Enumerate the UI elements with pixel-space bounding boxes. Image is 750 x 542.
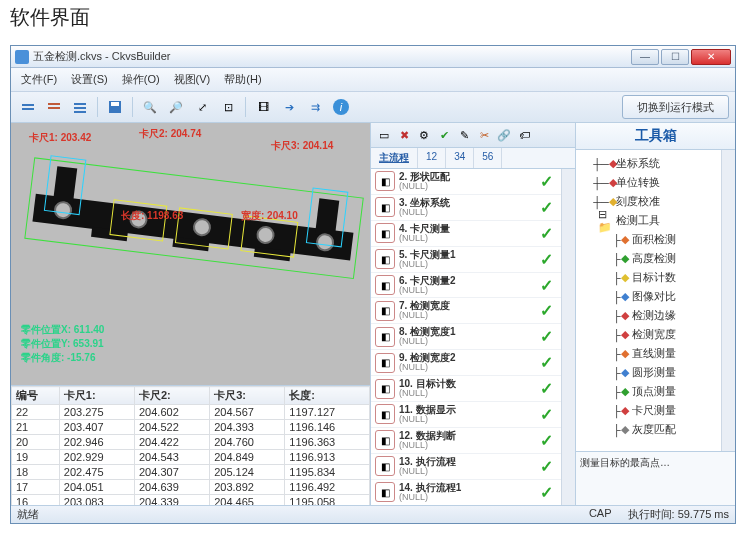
image-view[interactable]: 卡尺1: 203.42 卡尺2: 204.74 卡尺3: 204.14 [11, 123, 370, 385]
table-row[interactable]: 20202.946204.422204.7601196.363 [12, 435, 370, 450]
table-row[interactable]: 17204.051204.639203.8921196.492 [12, 480, 370, 495]
check-icon: ✓ [540, 198, 557, 217]
tool-icon: ├ ◆ [614, 252, 628, 266]
zoom-in-icon[interactable]: 🔍 [139, 96, 161, 118]
svg-rect-2 [48, 103, 60, 105]
tree-item[interactable]: ├ ◆检测宽度 [578, 325, 719, 344]
tree-item[interactable]: ├ ◆顶点测量 [578, 382, 719, 401]
run-loop-icon[interactable]: ⇉ [304, 96, 326, 118]
tool-icon: ├ ◆ [614, 233, 628, 247]
data-grid[interactable]: 编号卡尺1:卡尺2:卡尺3:长度: 22203.275204.602204.56… [11, 385, 370, 505]
table-row[interactable]: 21203.407204.522204.3931196.146 [12, 420, 370, 435]
tool-icon: ├ ◆ [614, 290, 628, 304]
tree-item[interactable]: ├ ◆直线测量 [578, 344, 719, 363]
check-icon: ✓ [540, 405, 557, 424]
grid-header[interactable]: 卡尺3: [210, 387, 285, 405]
tab-34[interactable]: 34 [446, 148, 474, 168]
check-icon[interactable]: ✔ [435, 126, 453, 144]
tree-item[interactable]: ├ ◆圆形测量 [578, 363, 719, 382]
cut-icon[interactable]: ✂ [475, 126, 493, 144]
check-icon: ✓ [540, 250, 557, 269]
flow-step[interactable]: ◧7. 检测宽度(NULL)✓ [371, 298, 561, 324]
flow-step[interactable]: ◧8. 检测宽度1(NULL)✓ [371, 324, 561, 350]
tab-main[interactable]: 主流程 [371, 148, 418, 168]
tool-icon: ├ ◆ [614, 366, 628, 380]
tab-12[interactable]: 12 [418, 148, 446, 168]
flow-step[interactable]: ◧11. 数据显示(NULL)✓ [371, 402, 561, 428]
run-icon[interactable]: ➔ [278, 96, 300, 118]
menu-help[interactable]: 帮助(H) [220, 70, 265, 89]
tree-item[interactable]: ├ ◆检测边缘 [578, 306, 719, 325]
tree-item[interactable]: ┼─ ◆坐标系统 [578, 154, 719, 173]
app-window: 五金检测.ckvs - CkvsBuilder — ☐ ✕ 文件(F) 设置(S… [10, 45, 736, 524]
svg-rect-0 [22, 104, 34, 106]
tree-group[interactable]: ⊟ 📁检测工具 [578, 211, 719, 230]
zoom-fit-icon[interactable]: ⤢ [191, 96, 213, 118]
info-icon[interactable]: i [330, 96, 352, 118]
step-icon: ◧ [375, 482, 395, 502]
grid-header[interactable]: 卡尺2: [134, 387, 209, 405]
film-icon[interactable]: 🎞 [252, 96, 274, 118]
tags-icon[interactable]: 🏷 [515, 126, 533, 144]
table-row[interactable]: 19202.929204.543204.8491196.913 [12, 450, 370, 465]
zoom-out-icon[interactable]: 🔎 [165, 96, 187, 118]
titlebar: 五金检测.ckvs - CkvsBuilder — ☐ ✕ [11, 46, 735, 68]
tree-item[interactable]: ├ ◆高度检测 [578, 249, 719, 268]
menu-view[interactable]: 视图(V) [170, 70, 215, 89]
step-list[interactable]: ◧2. 形状匹配(NULL)✓◧3. 坐标系统(NULL)✓◧4. 卡尺测量(N… [371, 169, 561, 505]
grid-header[interactable]: 卡尺1: [59, 387, 134, 405]
delete-icon[interactable]: ✖ [395, 126, 413, 144]
gear-icon[interactable]: ⚙ [415, 126, 433, 144]
overlay-px: 零件位置X: 611.40 [21, 323, 104, 337]
step-icon: ◧ [375, 327, 395, 347]
flow-scrollbar[interactable] [561, 169, 575, 505]
flow-step[interactable]: ◧3. 坐标系统(NULL)✓ [371, 195, 561, 221]
layers2-icon[interactable] [43, 96, 65, 118]
grid-header[interactable]: 长度: [285, 387, 370, 405]
grid-header[interactable]: 编号 [12, 387, 60, 405]
flow-step[interactable]: ◧13. 执行流程(NULL)✓ [371, 454, 561, 480]
zoom-actual-icon[interactable]: ⊡ [217, 96, 239, 118]
tree-item[interactable]: ├ ◆图像对比 [578, 287, 719, 306]
tool-icon: ┼─ ◆ [598, 176, 612, 190]
check-icon: ✓ [540, 224, 557, 243]
flow-step[interactable]: ◧9. 检测宽度2(NULL)✓ [371, 350, 561, 376]
tree-item[interactable]: ├ ◆灰度匹配 [578, 420, 719, 439]
window-title: 五金检测.ckvs - CkvsBuilder [33, 49, 631, 64]
toolbox-scrollbar[interactable] [721, 150, 735, 451]
edit-icon[interactable]: ✎ [455, 126, 473, 144]
flow-step[interactable]: ◧2. 形状匹配(NULL)✓ [371, 169, 561, 195]
check-icon: ✓ [540, 431, 557, 450]
flow-step[interactable]: ◧12. 数据判断(NULL)✓ [371, 428, 561, 454]
layers3-icon[interactable] [69, 96, 91, 118]
step-icon: ◧ [375, 275, 395, 295]
flow-step[interactable]: ◧14. 执行流程1(NULL)✓ [371, 480, 561, 505]
menu-settings[interactable]: 设置(S) [67, 70, 112, 89]
switch-mode-button[interactable]: 切换到运行模式 [622, 95, 729, 119]
svg-rect-1 [22, 108, 34, 110]
toolbox-tree[interactable]: ┼─ ◆坐标系统┼─ ◆单位转换┼─ ◆刻度校准⊟ 📁检测工具├ ◆面积检测├ … [576, 150, 721, 451]
menu-operate[interactable]: 操作(O) [118, 70, 164, 89]
flow-step[interactable]: ◧6. 卡尺测量2(NULL)✓ [371, 273, 561, 299]
minimize-button[interactable]: — [631, 49, 659, 65]
flow-step[interactable]: ◧10. 目标计数(NULL)✓ [371, 376, 561, 402]
table-row[interactable]: 16203.083204.339204.4651195.058 [12, 495, 370, 506]
menu-file[interactable]: 文件(F) [17, 70, 61, 89]
close-button[interactable]: ✕ [691, 49, 731, 65]
save-icon[interactable] [104, 96, 126, 118]
overlay-caliper3: 卡尺3: 204.14 [271, 139, 333, 153]
tree-item[interactable]: ┼─ ◆单位转换 [578, 173, 719, 192]
table-row[interactable]: 22203.275204.602204.5671197.127 [12, 405, 370, 420]
tree-item[interactable]: ├ ◆目标计数 [578, 268, 719, 287]
overlay-py: 零件位置Y: 653.91 [21, 337, 104, 351]
box-icon[interactable]: ▭ [375, 126, 393, 144]
flow-step[interactable]: ◧4. 卡尺测量(NULL)✓ [371, 221, 561, 247]
tree-item[interactable]: ├ ◆卡尺测量 [578, 401, 719, 420]
step-icon: ◧ [375, 430, 395, 450]
maximize-button[interactable]: ☐ [661, 49, 689, 65]
flow-step[interactable]: ◧5. 卡尺测量1(NULL)✓ [371, 247, 561, 273]
table-row[interactable]: 18202.475204.307205.1241195.834 [12, 465, 370, 480]
layers-icon[interactable] [17, 96, 39, 118]
tab-56[interactable]: 56 [474, 148, 502, 168]
link-icon[interactable]: 🔗 [495, 126, 513, 144]
